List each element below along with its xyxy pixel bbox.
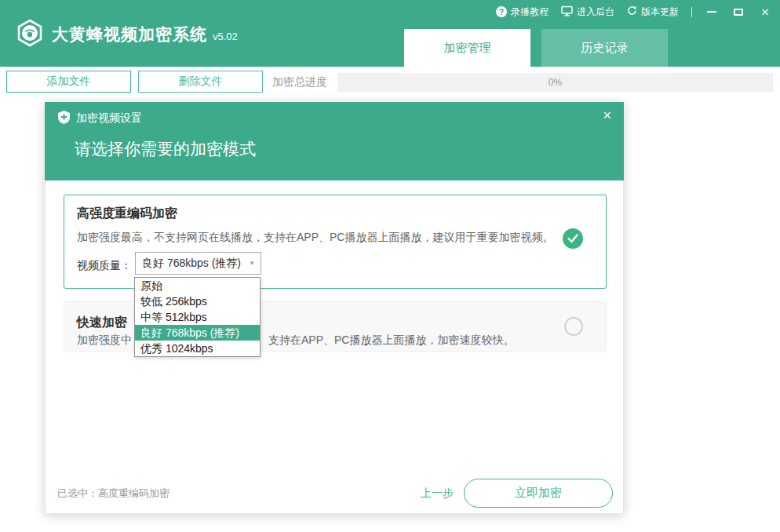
dropdown-option-excellent[interactable]: 优秀 1024kbps xyxy=(135,341,260,356)
app-window: ? 录播教程 进入后台 版本更新 xyxy=(0,0,780,532)
topbar: ? 录播教程 进入后台 版本更新 xyxy=(496,4,772,20)
dialog-header: 加密视频设置 × 请选择你需要的加密模式 xyxy=(45,102,624,180)
tutorial-label: 录播教程 xyxy=(511,5,549,19)
encrypt-now-button[interactable]: 立即加密 xyxy=(464,479,613,508)
option-title: 快速加密 xyxy=(77,315,127,331)
dialog-title: 加密视频设置 xyxy=(76,111,142,126)
progress-value: 0% xyxy=(337,73,773,92)
unselected-radio-icon[interactable] xyxy=(564,317,583,336)
dialog-close-button[interactable]: × xyxy=(603,108,611,122)
total-progress-bar: 0% xyxy=(337,73,773,92)
video-quality-label: 视频质量： xyxy=(77,259,132,273)
selected-check-icon xyxy=(563,228,583,249)
minimize-icon xyxy=(707,11,716,13)
backend-label: 进入后台 xyxy=(577,5,614,19)
toolbar: 添加文件 删除文件 加密总进度 0% xyxy=(0,69,780,94)
option-title: 高强度重编码加密 xyxy=(77,206,177,222)
previous-step-button[interactable]: 上一步 xyxy=(421,472,454,515)
video-quality-select[interactable]: 良好 768kbps (推荐) ▼ xyxy=(135,252,261,275)
dropdown-option-medium[interactable]: 中等 512kbps xyxy=(135,309,260,325)
option-card-strong-encrypt[interactable]: 高强度重编码加密 加密强度最高，不支持网页在线播放，支持在APP、PC播放器上面… xyxy=(64,195,607,289)
refresh-icon xyxy=(627,5,637,18)
dropdown-option-low[interactable]: 较低 256kbps xyxy=(135,293,260,309)
select-current-value: 良好 768kbps (推荐) xyxy=(142,253,241,274)
close-window-button[interactable]: × xyxy=(758,5,772,19)
dropdown-option-original[interactable]: 原始 xyxy=(135,278,260,293)
update-label: 版本更新 xyxy=(641,5,679,19)
tab-history[interactable]: 历史记录 xyxy=(541,29,668,67)
maximize-icon xyxy=(734,9,743,16)
backend-link[interactable]: 进入后台 xyxy=(561,5,614,19)
maximize-button[interactable] xyxy=(731,5,745,19)
dialog-footer: 已选中：高度重编码加密 上一步 立即加密 xyxy=(46,472,623,515)
dialog-subtitle: 请选择你需要的加密模式 xyxy=(75,138,256,160)
monitor-icon xyxy=(561,5,573,19)
topbar-separator xyxy=(691,7,692,17)
tab-bar: 加密管理 历史记录 xyxy=(0,29,780,67)
quality-dropdown-list: 原始 较低 256kbps 中等 512kbps 良好 768kbps (推荐)… xyxy=(134,277,261,357)
shield-plus-icon xyxy=(58,111,70,126)
close-icon: × xyxy=(761,5,769,19)
progress-label: 加密总进度 xyxy=(272,75,327,89)
app-header: ? 录播教程 进入后台 版本更新 xyxy=(0,0,780,67)
add-file-button[interactable]: 添加文件 xyxy=(6,71,131,93)
selected-mode-text: 已选中：高度重编码加密 xyxy=(57,472,169,515)
encrypt-settings-dialog: 加密视频设置 × 请选择你需要的加密模式 高强度重编码加密 加密强度最高，不支持… xyxy=(45,102,624,514)
chevron-down-icon: ▼ xyxy=(249,253,255,274)
question-icon: ? xyxy=(496,6,507,17)
option-description: 加密强度最高，不支持网页在线播放，支持在APP、PC播放器上面播放，建议用于重要… xyxy=(77,231,553,245)
tutorial-link[interactable]: ? 录播教程 xyxy=(496,5,549,19)
description-fragment-left: 加密强度中 xyxy=(77,333,132,346)
dropdown-option-good[interactable]: 良好 768kbps (推荐) xyxy=(135,325,260,341)
update-link[interactable]: 版本更新 xyxy=(627,5,679,19)
delete-file-button[interactable]: 删除文件 xyxy=(138,71,263,93)
minimize-button[interactable] xyxy=(705,5,719,19)
tab-encrypt-manage[interactable]: 加密管理 xyxy=(404,29,530,67)
description-fragment-right: 支持在APP、PC播放器上面播放，加密速度较快。 xyxy=(268,333,514,348)
